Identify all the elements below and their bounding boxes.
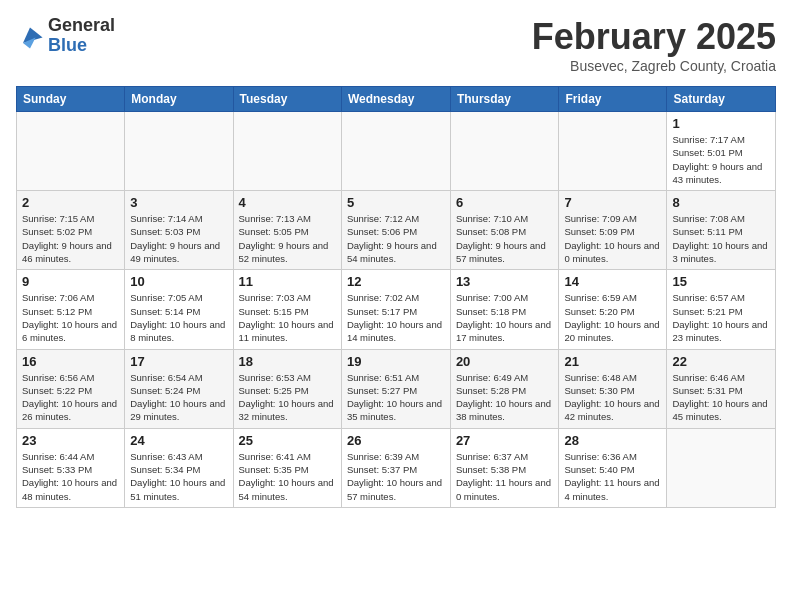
- calendar-cell: 12Sunrise: 7:02 AM Sunset: 5:17 PM Dayli…: [341, 270, 450, 349]
- day-number: 4: [239, 195, 336, 210]
- calendar-cell: 19Sunrise: 6:51 AM Sunset: 5:27 PM Dayli…: [341, 349, 450, 428]
- day-info: Sunrise: 7:02 AM Sunset: 5:17 PM Dayligh…: [347, 291, 445, 344]
- weekday-header: Wednesday: [341, 87, 450, 112]
- day-number: 10: [130, 274, 227, 289]
- calendar-cell: 7Sunrise: 7:09 AM Sunset: 5:09 PM Daylig…: [559, 191, 667, 270]
- day-info: Sunrise: 6:59 AM Sunset: 5:20 PM Dayligh…: [564, 291, 661, 344]
- day-number: 13: [456, 274, 554, 289]
- logo-general: General: [48, 16, 115, 36]
- day-info: Sunrise: 7:06 AM Sunset: 5:12 PM Dayligh…: [22, 291, 119, 344]
- calendar-cell: [450, 112, 559, 191]
- weekday-header: Tuesday: [233, 87, 341, 112]
- calendar-cell: 24Sunrise: 6:43 AM Sunset: 5:34 PM Dayli…: [125, 428, 233, 507]
- weekday-header: Saturday: [667, 87, 776, 112]
- calendar-cell: 9Sunrise: 7:06 AM Sunset: 5:12 PM Daylig…: [17, 270, 125, 349]
- calendar-week-row: 23Sunrise: 6:44 AM Sunset: 5:33 PM Dayli…: [17, 428, 776, 507]
- day-info: Sunrise: 7:03 AM Sunset: 5:15 PM Dayligh…: [239, 291, 336, 344]
- day-info: Sunrise: 7:17 AM Sunset: 5:01 PM Dayligh…: [672, 133, 770, 186]
- page-header: General Blue February 2025 Busevec, Zagr…: [16, 16, 776, 74]
- day-info: Sunrise: 7:05 AM Sunset: 5:14 PM Dayligh…: [130, 291, 227, 344]
- calendar-cell: 11Sunrise: 7:03 AM Sunset: 5:15 PM Dayli…: [233, 270, 341, 349]
- logo-icon: [16, 22, 44, 50]
- day-number: 9: [22, 274, 119, 289]
- day-number: 18: [239, 354, 336, 369]
- day-info: Sunrise: 7:13 AM Sunset: 5:05 PM Dayligh…: [239, 212, 336, 265]
- weekday-header: Sunday: [17, 87, 125, 112]
- day-info: Sunrise: 6:48 AM Sunset: 5:30 PM Dayligh…: [564, 371, 661, 424]
- day-number: 15: [672, 274, 770, 289]
- day-number: 19: [347, 354, 445, 369]
- calendar-cell: 1Sunrise: 7:17 AM Sunset: 5:01 PM Daylig…: [667, 112, 776, 191]
- calendar-cell: 10Sunrise: 7:05 AM Sunset: 5:14 PM Dayli…: [125, 270, 233, 349]
- logo-blue: Blue: [48, 36, 115, 56]
- calendar-cell: 28Sunrise: 6:36 AM Sunset: 5:40 PM Dayli…: [559, 428, 667, 507]
- calendar-cell: 4Sunrise: 7:13 AM Sunset: 5:05 PM Daylig…: [233, 191, 341, 270]
- calendar-table: SundayMondayTuesdayWednesdayThursdayFrid…: [16, 86, 776, 508]
- calendar-cell: [667, 428, 776, 507]
- day-number: 25: [239, 433, 336, 448]
- calendar-cell: 26Sunrise: 6:39 AM Sunset: 5:37 PM Dayli…: [341, 428, 450, 507]
- day-info: Sunrise: 6:36 AM Sunset: 5:40 PM Dayligh…: [564, 450, 661, 503]
- calendar-cell: 2Sunrise: 7:15 AM Sunset: 5:02 PM Daylig…: [17, 191, 125, 270]
- calendar-cell: 5Sunrise: 7:12 AM Sunset: 5:06 PM Daylig…: [341, 191, 450, 270]
- day-info: Sunrise: 6:39 AM Sunset: 5:37 PM Dayligh…: [347, 450, 445, 503]
- day-info: Sunrise: 7:09 AM Sunset: 5:09 PM Dayligh…: [564, 212, 661, 265]
- calendar-week-row: 1Sunrise: 7:17 AM Sunset: 5:01 PM Daylig…: [17, 112, 776, 191]
- day-number: 26: [347, 433, 445, 448]
- day-info: Sunrise: 7:14 AM Sunset: 5:03 PM Dayligh…: [130, 212, 227, 265]
- location: Busevec, Zagreb County, Croatia: [532, 58, 776, 74]
- month-title: February 2025: [532, 16, 776, 58]
- calendar-cell: 16Sunrise: 6:56 AM Sunset: 5:22 PM Dayli…: [17, 349, 125, 428]
- day-info: Sunrise: 7:15 AM Sunset: 5:02 PM Dayligh…: [22, 212, 119, 265]
- calendar-week-row: 2Sunrise: 7:15 AM Sunset: 5:02 PM Daylig…: [17, 191, 776, 270]
- calendar-cell: 20Sunrise: 6:49 AM Sunset: 5:28 PM Dayli…: [450, 349, 559, 428]
- day-info: Sunrise: 6:56 AM Sunset: 5:22 PM Dayligh…: [22, 371, 119, 424]
- day-info: Sunrise: 6:49 AM Sunset: 5:28 PM Dayligh…: [456, 371, 554, 424]
- calendar-cell: 21Sunrise: 6:48 AM Sunset: 5:30 PM Dayli…: [559, 349, 667, 428]
- day-info: Sunrise: 6:46 AM Sunset: 5:31 PM Dayligh…: [672, 371, 770, 424]
- day-number: 1: [672, 116, 770, 131]
- day-number: 8: [672, 195, 770, 210]
- title-section: February 2025 Busevec, Zagreb County, Cr…: [532, 16, 776, 74]
- weekday-header: Friday: [559, 87, 667, 112]
- day-number: 2: [22, 195, 119, 210]
- day-number: 3: [130, 195, 227, 210]
- day-number: 11: [239, 274, 336, 289]
- day-number: 28: [564, 433, 661, 448]
- day-info: Sunrise: 7:00 AM Sunset: 5:18 PM Dayligh…: [456, 291, 554, 344]
- calendar-cell: 22Sunrise: 6:46 AM Sunset: 5:31 PM Dayli…: [667, 349, 776, 428]
- day-info: Sunrise: 6:41 AM Sunset: 5:35 PM Dayligh…: [239, 450, 336, 503]
- day-info: Sunrise: 6:53 AM Sunset: 5:25 PM Dayligh…: [239, 371, 336, 424]
- calendar-cell: 6Sunrise: 7:10 AM Sunset: 5:08 PM Daylig…: [450, 191, 559, 270]
- day-number: 21: [564, 354, 661, 369]
- day-info: Sunrise: 6:44 AM Sunset: 5:33 PM Dayligh…: [22, 450, 119, 503]
- calendar-cell: 23Sunrise: 6:44 AM Sunset: 5:33 PM Dayli…: [17, 428, 125, 507]
- day-info: Sunrise: 7:10 AM Sunset: 5:08 PM Dayligh…: [456, 212, 554, 265]
- calendar-cell: [125, 112, 233, 191]
- calendar-week-row: 16Sunrise: 6:56 AM Sunset: 5:22 PM Dayli…: [17, 349, 776, 428]
- calendar-cell: [341, 112, 450, 191]
- calendar-header-row: SundayMondayTuesdayWednesdayThursdayFrid…: [17, 87, 776, 112]
- calendar-week-row: 9Sunrise: 7:06 AM Sunset: 5:12 PM Daylig…: [17, 270, 776, 349]
- calendar-cell: 8Sunrise: 7:08 AM Sunset: 5:11 PM Daylig…: [667, 191, 776, 270]
- day-number: 17: [130, 354, 227, 369]
- weekday-header: Thursday: [450, 87, 559, 112]
- day-number: 16: [22, 354, 119, 369]
- day-info: Sunrise: 6:54 AM Sunset: 5:24 PM Dayligh…: [130, 371, 227, 424]
- day-info: Sunrise: 7:12 AM Sunset: 5:06 PM Dayligh…: [347, 212, 445, 265]
- day-number: 24: [130, 433, 227, 448]
- day-info: Sunrise: 7:08 AM Sunset: 5:11 PM Dayligh…: [672, 212, 770, 265]
- day-number: 14: [564, 274, 661, 289]
- calendar-cell: 13Sunrise: 7:00 AM Sunset: 5:18 PM Dayli…: [450, 270, 559, 349]
- day-number: 23: [22, 433, 119, 448]
- day-info: Sunrise: 6:43 AM Sunset: 5:34 PM Dayligh…: [130, 450, 227, 503]
- day-info: Sunrise: 6:37 AM Sunset: 5:38 PM Dayligh…: [456, 450, 554, 503]
- calendar-cell: 18Sunrise: 6:53 AM Sunset: 5:25 PM Dayli…: [233, 349, 341, 428]
- day-number: 22: [672, 354, 770, 369]
- logo-text: General Blue: [48, 16, 115, 56]
- calendar-cell: 25Sunrise: 6:41 AM Sunset: 5:35 PM Dayli…: [233, 428, 341, 507]
- calendar-cell: 3Sunrise: 7:14 AM Sunset: 5:03 PM Daylig…: [125, 191, 233, 270]
- day-number: 12: [347, 274, 445, 289]
- weekday-header: Monday: [125, 87, 233, 112]
- day-number: 7: [564, 195, 661, 210]
